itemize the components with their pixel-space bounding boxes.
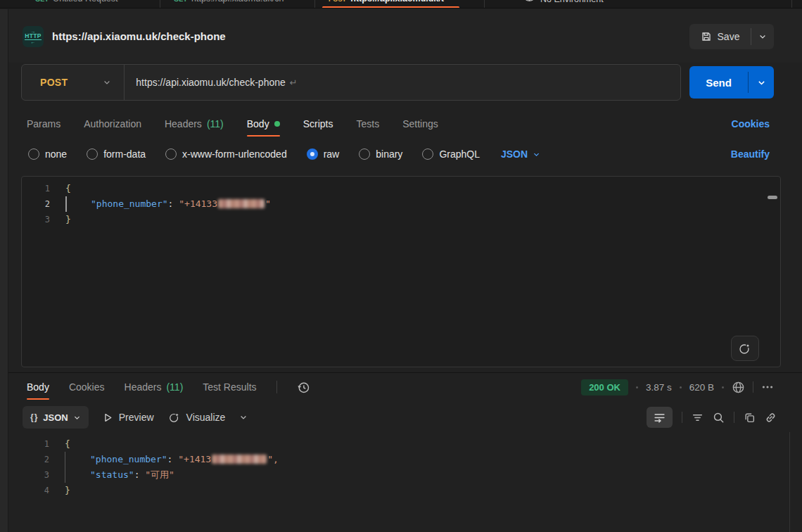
send-button[interactable]: Send bbox=[689, 66, 748, 99]
tab-body[interactable]: Body bbox=[247, 111, 280, 137]
radio-x-www-form-urlencoded[interactable]: x-www-form-urlencoded bbox=[165, 148, 287, 160]
radio-raw[interactable]: raw bbox=[307, 148, 340, 160]
response-history-button[interactable] bbox=[297, 381, 310, 394]
save-options-button[interactable] bbox=[751, 24, 774, 49]
radio-graphql[interactable]: GraphQL bbox=[422, 148, 480, 160]
globe-icon bbox=[732, 381, 745, 394]
tab-scripts[interactable]: Scripts bbox=[303, 111, 333, 137]
radio-form-data[interactable]: form-data bbox=[87, 148, 146, 160]
divider bbox=[682, 412, 682, 423]
visualize-button[interactable]: Visualize bbox=[168, 411, 226, 424]
code-line: 3 "status": "可用" bbox=[21, 467, 781, 483]
save-button[interactable]: Save bbox=[689, 24, 751, 49]
method-selector-caret[interactable] bbox=[103, 78, 111, 87]
response-scroll-rail[interactable] bbox=[789, 432, 790, 532]
filter-icon[interactable] bbox=[692, 412, 704, 424]
response-tab-test-results[interactable]: Test Results bbox=[203, 374, 256, 400]
response-tab-body[interactable]: Body bbox=[27, 374, 49, 400]
line-number: 1 bbox=[22, 181, 50, 196]
radio-label: raw bbox=[324, 148, 340, 160]
method-selector[interactable]: POST bbox=[22, 77, 68, 88]
tab-settings[interactable]: Settings bbox=[402, 111, 438, 137]
tab-authorization[interactable]: Authorization bbox=[84, 111, 141, 137]
response-tabs: Body Cookies Headers (11) Test Results bbox=[27, 374, 310, 400]
response-body-viewer[interactable]: 1 { 2 "phone_number": "+1413", 3 "status… bbox=[21, 435, 781, 498]
radio-none[interactable]: none bbox=[28, 148, 67, 160]
editor-scrollbar[interactable] bbox=[768, 196, 777, 199]
link-icon[interactable] bbox=[765, 412, 777, 424]
chevron-down-icon bbox=[757, 78, 766, 87]
workspace-tab-bar: GETUntitled Request GEThttps://api.xiaom… bbox=[0, 0, 802, 8]
response-tab-headers[interactable]: Headers (11) bbox=[125, 374, 184, 400]
headers-count: (11) bbox=[207, 118, 224, 129]
radio-label: form-data bbox=[103, 148, 146, 160]
environment-selector[interactable]: No Environment bbox=[485, 0, 791, 8]
postbot-sparkle-icon bbox=[738, 341, 752, 355]
postbot-button[interactable] bbox=[731, 336, 759, 361]
chevron-down-icon bbox=[533, 151, 540, 158]
history-clock-icon bbox=[297, 381, 310, 394]
headers-count: (11) bbox=[166, 381, 183, 393]
copy-icon[interactable] bbox=[744, 412, 756, 424]
wrap-lines-button[interactable] bbox=[647, 407, 673, 428]
chevron-down-icon bbox=[73, 414, 81, 422]
eye-icon bbox=[524, 0, 535, 4]
tab-label: Cookies bbox=[69, 381, 105, 393]
request-body-editor[interactable]: 1 { 2 "phone_number": "+14133" 3 } bbox=[21, 176, 781, 367]
tab-label: Body bbox=[247, 118, 269, 129]
radio-circle-selected bbox=[307, 148, 318, 160]
tab-params[interactable]: Params bbox=[27, 111, 61, 137]
response-time[interactable]: 3.87 s bbox=[646, 382, 672, 393]
status-badge[interactable]: 200 OK bbox=[581, 379, 628, 395]
radio-label: binary bbox=[376, 148, 402, 160]
url-input[interactable]: https://api.xiaomu.uk/check-phone bbox=[136, 77, 285, 88]
tab-tests[interactable]: Tests bbox=[356, 111, 379, 137]
request-title: https://api.xiaomu.uk/check-phone bbox=[52, 9, 226, 63]
radio-circle bbox=[28, 148, 39, 160]
tab-label: Body bbox=[27, 381, 49, 393]
beautify-link[interactable]: Beautify bbox=[731, 144, 770, 165]
token-brace: { bbox=[65, 438, 70, 449]
dot-separator bbox=[680, 386, 682, 388]
radio-binary[interactable]: binary bbox=[359, 148, 402, 160]
tab-label: Untitled Request bbox=[53, 0, 117, 4]
tab-label: Headers bbox=[165, 118, 202, 129]
code-line: 1 { bbox=[21, 436, 781, 452]
request-tab-untitled[interactable]: GETUntitled Request bbox=[28, 0, 160, 8]
radio-circle bbox=[165, 148, 177, 160]
tab-label: Tests bbox=[356, 118, 379, 129]
tab-divider bbox=[484, 0, 485, 8]
active-tab-underline bbox=[247, 135, 280, 137]
send-options-button[interactable] bbox=[749, 66, 774, 99]
save-icon bbox=[701, 31, 712, 42]
tab-label: Settings bbox=[402, 118, 438, 129]
token-key: "phone_number" bbox=[90, 454, 167, 464]
request-tab-2[interactable]: GEThttps://api.xiaomu.uk/ch bbox=[167, 0, 314, 8]
send-button-group: Send bbox=[689, 66, 774, 99]
save-label: Save bbox=[718, 31, 740, 42]
method-badge-post: POST bbox=[329, 0, 346, 3]
network-info-button[interactable] bbox=[732, 381, 745, 394]
preview-button[interactable]: Preview bbox=[103, 412, 154, 423]
visualize-label: Visualize bbox=[186, 412, 226, 423]
more-formats-chevron-icon[interactable] bbox=[239, 413, 248, 422]
tab-divider bbox=[160, 0, 160, 8]
cookies-link[interactable]: Cookies bbox=[732, 111, 770, 137]
token-string: "可用" bbox=[145, 469, 174, 480]
token-string: ", bbox=[267, 454, 279, 464]
chevron-down-icon bbox=[758, 32, 767, 41]
code-line: 2 "phone_number": "+1413", bbox=[21, 452, 781, 467]
tab-headers[interactable]: Headers (11) bbox=[165, 111, 224, 137]
response-format-select[interactable]: {} JSON bbox=[23, 406, 89, 429]
method-badge-get: GET bbox=[174, 0, 187, 3]
tab-label: Authorization bbox=[84, 118, 141, 129]
search-icon[interactable] bbox=[713, 412, 725, 424]
response-options-button[interactable] bbox=[761, 381, 774, 393]
dot-separator bbox=[636, 386, 638, 388]
response-size[interactable]: 620 B bbox=[689, 382, 714, 393]
section-divider bbox=[8, 372, 802, 373]
token-key: "status" bbox=[90, 469, 134, 480]
dot-separator bbox=[722, 386, 724, 388]
raw-language-select[interactable]: JSON bbox=[501, 148, 540, 160]
response-tab-cookies[interactable]: Cookies bbox=[69, 374, 105, 400]
